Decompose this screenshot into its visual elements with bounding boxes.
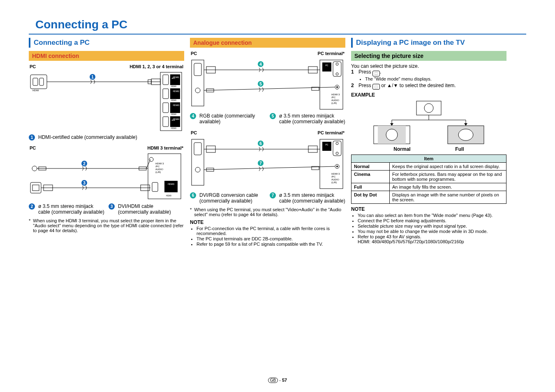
table-header: Item bbox=[352, 155, 506, 163]
section-heading-display: Displaying a PC image on the TV bbox=[351, 38, 506, 48]
svg-text:5: 5 bbox=[259, 82, 262, 86]
legend-5: 5 ø 3.5 mm stereo minijack cable (commer… bbox=[270, 113, 345, 125]
svg-rect-53 bbox=[194, 63, 201, 76]
note-item: For PC-connection via the PC terminal, a… bbox=[197, 226, 345, 236]
svg-point-103 bbox=[424, 104, 433, 113]
down-arrow-icon: ▼ bbox=[393, 83, 398, 88]
step1-text-a: Press bbox=[358, 69, 372, 75]
bullet-1-icon: 1 bbox=[29, 134, 35, 141]
note-list-middle: For PC-connection via the PC terminal, a… bbox=[190, 226, 345, 247]
label-hdmi-terminal: HDMI 1, 2, 3 or 4 terminal bbox=[130, 64, 183, 69]
note-item: You may not be able to change the wide m… bbox=[358, 229, 506, 234]
svg-point-85 bbox=[336, 152, 338, 154]
wide-mode-button-icon: ⬚ bbox=[372, 84, 380, 90]
svg-rect-17 bbox=[163, 117, 169, 127]
svg-rect-45 bbox=[30, 182, 41, 193]
svg-rect-58 bbox=[333, 62, 341, 76]
legend-6-text: DVI/RGB conversion cable (commercially a… bbox=[199, 192, 266, 204]
label-pc-terminal-2: PC terminal* bbox=[318, 130, 345, 135]
table-row: FullAn image fully fills the screen. bbox=[352, 183, 506, 191]
svg-point-112 bbox=[386, 129, 398, 141]
note-item: The PC input terminals are DDC 2B-compat… bbox=[197, 236, 345, 241]
svg-rect-77 bbox=[192, 139, 204, 185]
svg-rect-11 bbox=[163, 89, 169, 99]
note-item: Connect the PC before making adjustments… bbox=[358, 218, 506, 223]
svg-point-54 bbox=[195, 88, 200, 93]
svg-point-79 bbox=[195, 167, 200, 172]
svg-rect-1 bbox=[33, 78, 38, 85]
step1-sub: The "Wide mode" menu displays. bbox=[365, 76, 432, 81]
legend-1-text: HDMI-certified cable (commercially avail… bbox=[38, 134, 137, 140]
legend-4-text: RGB cable (commercially available) bbox=[199, 113, 266, 125]
svg-text:6: 6 bbox=[259, 141, 262, 146]
legend-1: 1 HDMI-certified cable (commercially ava… bbox=[29, 134, 184, 141]
page-footer: GB - 57 bbox=[0, 378, 555, 383]
table-row: CinemaFor letterbox pictures. Bars may a… bbox=[352, 171, 506, 183]
example-label-full: Full bbox=[455, 146, 464, 152]
svg-text:AUDIO: AUDIO bbox=[155, 168, 163, 171]
svg-text:/PC: /PC bbox=[155, 165, 160, 168]
svg-rect-2 bbox=[39, 78, 44, 85]
label-pc-3: PC bbox=[191, 51, 197, 56]
svg-marker-109 bbox=[464, 123, 467, 126]
svg-text:HDMI: HDMI bbox=[166, 194, 171, 197]
page-number: 57 bbox=[282, 378, 287, 383]
svg-point-59 bbox=[336, 63, 338, 65]
step2-text-b: or bbox=[380, 83, 387, 88]
svg-text:2: 2 bbox=[83, 161, 86, 166]
step2-text-a: Press bbox=[358, 83, 372, 88]
svg-text:3: 3 bbox=[83, 181, 86, 185]
svg-text:(L/R): (L/R) bbox=[331, 102, 337, 104]
legend-2: 2 ø 3.5 mm stereo minijack cable (commer… bbox=[29, 203, 104, 215]
svg-point-60 bbox=[336, 73, 338, 75]
svg-text:1: 1 bbox=[91, 75, 94, 79]
note-item: Refer to page 43 for AV signals. HDMI: 4… bbox=[358, 234, 506, 244]
svg-text:/PC: /PC bbox=[331, 175, 336, 178]
label-pc: PC bbox=[30, 64, 36, 69]
svg-text:HDMI: HDMI bbox=[171, 127, 176, 129]
svg-rect-102 bbox=[416, 101, 441, 115]
svg-text:HDMI 3: HDMI 3 bbox=[331, 173, 340, 175]
svg-text:HDMI: HDMI bbox=[171, 113, 176, 115]
diagram-rgb: PC HDMI 3 /PC AUDIO (L/R) 4 bbox=[190, 58, 345, 111]
legend-6: 6 DVI/RGB conversion cable (commercially… bbox=[190, 192, 266, 204]
diagram-hdmi-multi: HDMI 1 HDMI1 HDMI2 HDMI3 HDMI4 bbox=[29, 71, 184, 132]
svg-text:AUDIO: AUDIO bbox=[331, 99, 339, 101]
svg-rect-52 bbox=[192, 60, 204, 106]
svg-point-114 bbox=[458, 129, 473, 141]
svg-text:/PC: /PC bbox=[331, 96, 336, 99]
bullet-5-icon: 5 bbox=[270, 113, 276, 119]
footnote-pc-terminal: * When using the PC terminal, you must s… bbox=[190, 207, 345, 217]
legend-7: 7 ø 3.5 mm stereo minijack cable (commer… bbox=[270, 192, 345, 204]
legend-3-text: DVI/HDMI cable (commercially available) bbox=[118, 203, 184, 215]
diagram-hdmi3: HDMI 3 /PC AUDIO (L/R) HDMI3 HDMI 2 bbox=[29, 152, 184, 201]
legend-7-text: ø 3.5 mm stereo minijack cable (commerci… bbox=[279, 192, 345, 204]
analogue-connection-band: Analogue connection bbox=[190, 38, 345, 48]
svg-text:PC: PC bbox=[326, 64, 328, 67]
svg-text:ARC: ARC bbox=[172, 77, 176, 79]
svg-rect-36 bbox=[152, 182, 158, 191]
step2-text-c: to select the desired item. bbox=[398, 83, 456, 88]
svg-text:HDMI: HDMI bbox=[32, 89, 39, 92]
bullet-6-icon: 6 bbox=[190, 192, 196, 198]
svg-line-72 bbox=[204, 87, 335, 90]
subsection-picture-size: Selecting the picture size bbox=[351, 51, 506, 61]
table-row: NormalKeeps the original aspect ratio in… bbox=[352, 163, 506, 171]
note-item: Refer to page 59 for a list of PC signal… bbox=[197, 242, 345, 247]
bullet-4-icon: 4 bbox=[190, 113, 196, 119]
svg-point-87 bbox=[336, 166, 338, 167]
intro-text: You can select the picture size. bbox=[351, 63, 506, 69]
svg-rect-46 bbox=[32, 185, 39, 191]
note-item: Selectable picture size may vary with in… bbox=[358, 224, 506, 228]
svg-text:AUDIO: AUDIO bbox=[331, 178, 339, 181]
bullet-2-icon: 2 bbox=[29, 203, 35, 210]
note-heading-right: NOTE bbox=[351, 206, 506, 212]
svg-point-62 bbox=[336, 86, 338, 88]
legend-5-text: ø 3.5 mm stereo minijack cable (commerci… bbox=[279, 113, 345, 125]
bullet-3-icon: 3 bbox=[109, 203, 115, 210]
column-left: Connecting a PC HDMI connection PC HDMI … bbox=[29, 38, 184, 247]
svg-text:HDMI3: HDMI3 bbox=[173, 104, 179, 106]
bullet-7-icon: 7 bbox=[270, 192, 276, 198]
svg-text:HDMI 3: HDMI 3 bbox=[331, 93, 340, 96]
svg-point-84 bbox=[336, 142, 338, 145]
